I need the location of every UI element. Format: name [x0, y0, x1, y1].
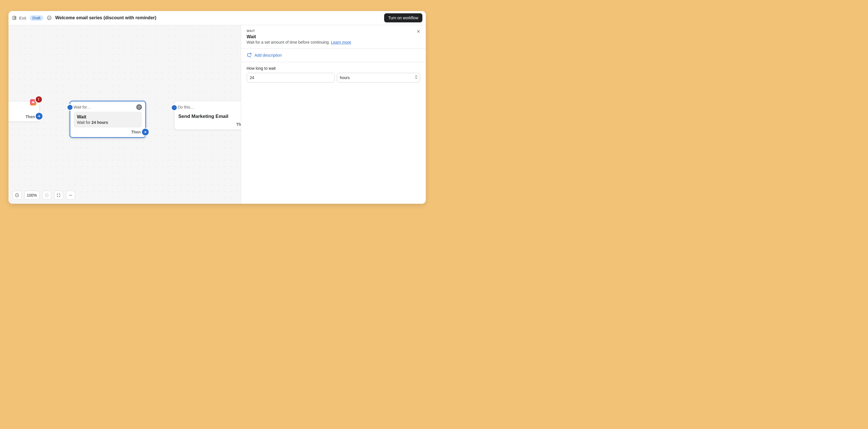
- panel-title: Wait: [247, 34, 351, 39]
- node-header: Do this…: [178, 104, 241, 110]
- svg-point-8: [70, 195, 71, 195]
- node-header-label: Wait for…: [74, 105, 91, 110]
- zoom-in-button[interactable]: [42, 191, 51, 200]
- add-description-label: Add description: [255, 53, 282, 58]
- duration-field-row: hours: [247, 73, 420, 83]
- validation-check-icon: [47, 15, 52, 21]
- svg-point-7: [69, 195, 70, 195]
- note-icon: [247, 53, 252, 58]
- email-app-icon: [30, 99, 36, 105]
- exit-icon: [12, 15, 17, 21]
- node-input-handle[interactable]: [67, 105, 72, 110]
- more-options-button[interactable]: [66, 191, 75, 200]
- workflow-title: Welcome email series (discount with remi…: [55, 15, 156, 21]
- svg-rect-2: [31, 101, 35, 103]
- add-description-button[interactable]: Add description: [241, 49, 426, 62]
- node-body-title: Wait: [77, 115, 138, 120]
- close-panel-button[interactable]: [415, 28, 422, 36]
- add-step-handle[interactable]: [142, 129, 149, 135]
- svg-point-1: [47, 16, 51, 20]
- workflow-canvas[interactable]: ! mail Then Wait for…: [8, 25, 241, 204]
- duration-unit-select[interactable]: hours: [337, 73, 420, 83]
- workflow-editor-window: Exit Draft Welcome email series (discoun…: [8, 11, 426, 204]
- add-step-handle[interactable]: [36, 113, 42, 120]
- error-badge-icon: !: [36, 96, 42, 102]
- duration-value-input[interactable]: [247, 73, 335, 83]
- fit-view-button[interactable]: [54, 191, 63, 200]
- workflow-node-email-partial[interactable]: ! mail Then: [8, 101, 39, 122]
- duration-field-label: How long to wait: [247, 66, 420, 70]
- node-input-handle[interactable]: [172, 105, 177, 110]
- workflow-node-send-email[interactable]: Do this… Send Marketing Email Then: [174, 101, 241, 130]
- node-header: Wait for…: [74, 104, 142, 110]
- panel-description: Wait for a set amount of time before con…: [247, 40, 351, 44]
- node-header-label: Do this…: [178, 105, 194, 110]
- exit-label: Exit: [19, 16, 26, 21]
- node-then-label: Then: [8, 115, 36, 119]
- editor-header: Exit Draft Welcome email series (discoun…: [8, 11, 426, 25]
- node-title: mail: [8, 105, 35, 111]
- node-body-subtitle: Wait for 24 hours: [77, 120, 138, 125]
- node-then-label: Then: [178, 122, 241, 127]
- zoom-controls: 100%: [12, 191, 75, 200]
- learn-more-link[interactable]: Learn more: [331, 40, 351, 44]
- connector-layer: [8, 25, 93, 68]
- workflow-node-wait[interactable]: Wait for… Wait Wait for 24 hours Then: [70, 101, 146, 138]
- node-then-label: Then: [74, 130, 142, 134]
- editor-main: ! mail Then Wait for…: [8, 25, 426, 204]
- clock-icon: [136, 104, 142, 110]
- svg-point-9: [71, 195, 72, 195]
- node-body: Wait Wait for 24 hours: [74, 112, 142, 127]
- status-badge: Draft: [30, 15, 43, 21]
- zoom-percent-display[interactable]: 100%: [24, 191, 40, 200]
- exit-button[interactable]: Exit: [12, 15, 26, 21]
- side-panel: WAIT Wait Wait for a set amount of time …: [241, 25, 426, 204]
- turn-on-workflow-button[interactable]: Turn on workflow: [384, 13, 422, 22]
- node-body-title: Send Marketing Email: [179, 114, 241, 119]
- panel-kicker: WAIT: [247, 29, 351, 33]
- zoom-out-button[interactable]: [12, 191, 22, 200]
